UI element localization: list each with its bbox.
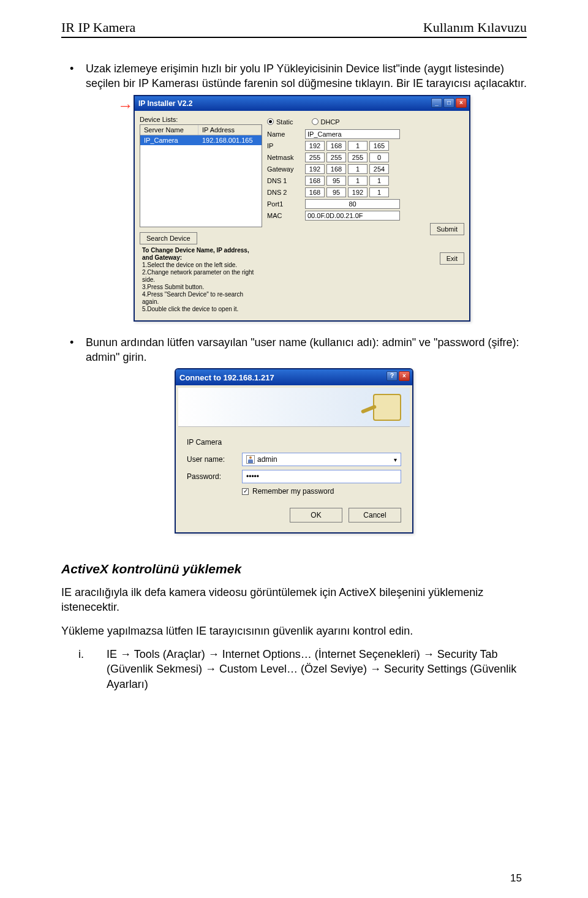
dialog-title: Connect to 192.168.1.217 [179,373,274,382]
instruction-line: 2.Change network parameter on the right … [142,269,260,284]
sublist-text: IE → Tools (Araçlar) → Internet Options…… [107,648,516,690]
port1-field[interactable]: 80 [305,199,400,209]
header-left: IR IP Kamera [61,20,135,36]
ip-octet[interactable]: 1 [348,141,368,151]
name-field[interactable]: IP_Camera [305,129,400,139]
device-lists-label: Device Lists: [140,116,262,123]
label-name: Name [267,130,305,138]
checkbox-icon [242,488,249,495]
label-mac: MAC [267,212,305,219]
dns2-octet[interactable]: 192 [348,187,368,197]
password-label: Password: [187,472,242,481]
bullet-list-1: Uzak izlemeye erişimin hızlı bir yolu IP… [61,61,527,91]
netmask-octet[interactable]: 0 [369,153,389,162]
label-netmask: Netmask [267,154,305,161]
label-port1: Port1 [267,200,305,208]
label-dns2: DNS 2 [267,189,305,196]
header-right: Kullanım Kılavuzu [423,20,527,36]
col-server-name: Server Name [140,125,198,135]
netmask-octet[interactable]: 255 [326,153,346,162]
gateway-octet[interactable]: 168 [326,164,346,174]
cell-server-name: IP_Camera [140,135,198,145]
cell-ip: 192.168.001.165 [198,135,262,145]
submit-button[interactable]: Submit [430,223,464,235]
installer-titlebar: IP Installer V2.2 _ □ × [135,96,469,111]
page-number: 15 [510,872,522,885]
user-name-label: User name: [187,455,242,464]
dns1-octet[interactable]: 168 [305,176,325,186]
close-icon[interactable]: × [456,98,467,108]
sublist-item: i.IE → Tools (Araçlar) → Internet Option… [61,647,527,692]
user-name-input[interactable]: admin ▾ [242,453,401,466]
help-icon[interactable]: ? [386,371,398,381]
instruction-line: 5.Double click the device to open it. [142,306,260,313]
password-input[interactable]: ••••• [242,470,401,483]
device-row-selected[interactable]: IP_Camera 192.168.001.165 [140,135,262,145]
device-list[interactable]: Server Name IP Address IP_Camera 192.168… [140,124,262,227]
section-title: ActiveX kontrolünü yüklemek [61,562,527,576]
bullet-item: Uzak izlemeye erişimin hızlı bir yolu IP… [61,61,527,91]
minimize-icon[interactable]: _ [431,98,442,108]
dhcp-radio[interactable]: DHCP [312,118,340,126]
netmask-octet[interactable]: 255 [305,153,325,162]
search-device-button[interactable]: Search Device [140,232,197,244]
chevron-down-icon[interactable]: ▾ [394,456,397,463]
ok-button[interactable]: OK [290,508,342,523]
dns2-octet[interactable]: 1 [369,187,389,197]
dns2-octet[interactable]: 168 [305,187,325,197]
ip-octet[interactable]: 192 [305,141,325,151]
dialog-site: IP Camera [187,438,222,447]
label-gateway: Gateway [267,165,305,173]
ip-installer-window: IP Installer V2.2 _ □ × Device Lists: Se… [134,95,470,322]
dns1-octet[interactable]: 1 [348,176,368,186]
exit-button[interactable]: Exit [440,252,464,265]
person-icon [246,455,255,464]
dns2-octet[interactable]: 95 [326,187,346,197]
instruction-line: 4.Press "Search Device" to re-search aga… [142,291,260,306]
connect-dialog: Connect to 192.168.1.217 ? × IP Camera U… [175,368,413,534]
mac-field: 00.0F.0D.00.21.0F [305,211,400,221]
instruction-line: 3.Press Submit button. [142,284,260,291]
col-ip-address: IP Address [198,125,262,135]
installer-title: IP Installer V2.2 [138,99,193,108]
gateway-octet[interactable]: 254 [369,164,389,174]
paragraph: Yükleme yapılmazsa lütfen IE tarayıcısın… [61,624,527,638]
maximize-icon[interactable]: □ [443,98,454,108]
static-radio[interactable]: Static [267,118,293,126]
lock-key-icon [373,394,401,421]
dialog-titlebar: Connect to 192.168.1.217 ? × [176,369,412,385]
paragraph: IE aracılığıyla ilk defa kamera videosu … [61,585,527,615]
ip-octet[interactable]: 165 [369,141,389,151]
page-header: IR IP Kamera Kullanım Kılavuzu [61,20,527,38]
sublist-marker: i. [78,647,107,662]
remember-password-checkbox[interactable]: Remember my password [242,487,401,496]
instruction-line: 1.Select the device on the left side. [142,262,260,269]
netmask-octet[interactable]: 255 [348,153,368,162]
dns1-octet[interactable]: 1 [369,176,389,186]
gateway-octet[interactable]: 1 [348,164,368,174]
close-icon[interactable]: × [399,371,410,381]
bullet-item: Bunun ardından lütfen varsayılan "user n… [61,335,527,365]
bullet-list-2: Bunun ardından lütfen varsayılan "user n… [61,335,527,365]
dialog-banner [178,388,410,427]
gateway-octet[interactable]: 192 [305,164,325,174]
ip-octet[interactable]: 168 [326,141,346,151]
label-dns1: DNS 1 [267,177,305,184]
dns1-octet[interactable]: 95 [326,176,346,186]
instructions-title: To Change Device Name, IP address, and G… [142,247,260,262]
label-ip: IP [267,142,305,149]
cancel-button[interactable]: Cancel [349,508,401,523]
